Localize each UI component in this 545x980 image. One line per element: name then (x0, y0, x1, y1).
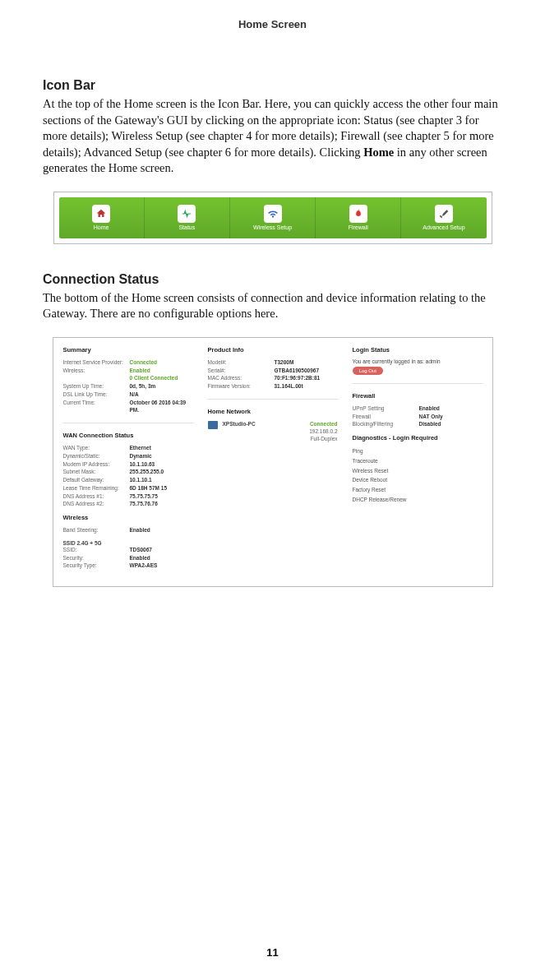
kv-row: Wireless:Enabled (63, 367, 193, 375)
separator (208, 399, 338, 400)
kv-val: Enabled (130, 554, 193, 562)
kv-row: Dynamic/Static:Dynamic (63, 452, 193, 460)
product-rows: Model#:T3200MSerial#:GTBA6190500967MAC A… (208, 358, 338, 391)
kv-row: UPnP SettingEnabled (353, 404, 483, 413)
iconbar-label: Firewall (349, 224, 368, 230)
kv-row: Lease Time Remaining:6D 18H 57M 15 (63, 484, 193, 492)
kv-key: DNS Address #2: (63, 500, 127, 508)
kv-row: Band Steering: Enabled (63, 526, 193, 534)
diagnostics-item[interactable]: DHCP Release/Renew (353, 495, 483, 505)
kv-key: Firewall (353, 413, 416, 421)
page-header: Home Screen (43, 18, 502, 30)
kv-key: SSID: (63, 546, 127, 554)
kv-val: 0 Client Connected (130, 374, 193, 382)
separator (63, 423, 193, 423)
wireless-icon (264, 205, 282, 223)
kv-val: N/A (130, 391, 193, 399)
kv-key: MAC Address: (208, 374, 271, 382)
status-col-1: Summary Internet Service Provider:Connec… (63, 346, 193, 570)
wan-rows: WAN Type:EthernetDynamic/Static:DynamicM… (63, 444, 193, 508)
heading-connection-status: Connection Status (43, 272, 502, 287)
paragraph-icon-bar: At the top of the Home screen is the Ico… (43, 96, 502, 177)
kv-val: 255.255.255.0 (130, 468, 193, 476)
kv-key: Serial#: (208, 367, 271, 375)
kv-val: TDS0067 (130, 546, 193, 554)
kv-val: Ethernet (130, 444, 193, 452)
kv-val: 70:F1:96:97:2B:81 (275, 374, 338, 382)
kv-row: FirewallNAT Only (353, 413, 483, 421)
heading-summary: Summary (63, 346, 193, 354)
kv-row: SSID:TDS0067 (63, 546, 193, 554)
computer-icon (208, 421, 218, 429)
summary-rows: Internet Service Provider:ConnectedWirel… (63, 358, 193, 414)
kv-row: Internet Service Provider:Connected (63, 358, 193, 367)
heading-product: Product Info (208, 346, 338, 354)
kv-row: Firmware Version:31.164L.00t (208, 382, 338, 391)
kv-key: Security Type: (63, 562, 127, 570)
kv-row: Security Type:WPA2-AES (63, 562, 193, 570)
kv-row: Subnet Mask:255.255.255.0 (63, 468, 193, 476)
iconbar-label: Home (94, 224, 109, 230)
kv-row: MAC Address:70:F1:96:97:2B:81 (208, 374, 338, 382)
separator (353, 383, 483, 384)
iconbar-item-status[interactable]: Status (145, 197, 230, 238)
kv-row: Blocking/FilteringDisabled (353, 420, 483, 428)
iconbar-item-firewall[interactable]: Firewall (316, 197, 401, 238)
ssid-heading: SSID 2.4G + 5G (63, 540, 193, 546)
status-figure: Summary Internet Service Provider:Connec… (53, 337, 493, 587)
firewall-rows: UPnP SettingEnabledFirewallNAT OnlyBlock… (353, 404, 483, 428)
kv-key: DNS Address #1: (63, 492, 127, 501)
kv-key: Security: (63, 554, 127, 562)
kv-row: Serial#:GTBA6190500967 (208, 367, 338, 375)
diagnostics-item[interactable]: Factory Reset (353, 485, 483, 495)
body-bold: Home (363, 146, 394, 159)
kv-key: Dynamic/Static: (63, 452, 127, 460)
diagnostics-item[interactable]: Ping (353, 446, 483, 456)
kv-val: Disabled (419, 420, 483, 428)
kv-row: Security:Enabled (63, 554, 193, 562)
diagnostics-item[interactable]: Traceroute (353, 456, 483, 466)
kv-val: Enabled (419, 404, 483, 413)
status-col-3: Login Status You are currently logged in… (353, 346, 483, 570)
heading-firewall: Firewall (353, 392, 483, 400)
diagnostics-item[interactable]: Wireless Reset (353, 466, 483, 476)
paragraph-connection-status: The bottom of the Home screen consists o… (43, 290, 502, 322)
kv-val: October 06 2016 04:39 PM. (130, 399, 193, 415)
diagnostics-item[interactable]: Device Reboot (353, 475, 483, 485)
home-network-device: XPStudio-PC Connected 192.168.0.2 Full-D… (208, 420, 338, 442)
kv-row: Current Time:October 06 2016 04:39 PM. (63, 399, 193, 415)
iconbar-label: Advanced Setup (423, 224, 464, 230)
kv-key: Lease Time Remaining: (63, 484, 127, 492)
iconbar-item-wireless[interactable]: Wireless Setup (230, 197, 316, 238)
kv-row: WAN Type:Ethernet (63, 444, 193, 452)
logout-button[interactable]: Log Out (353, 367, 383, 375)
iconbar-figure: Home Status Wireless Setup Firewall (53, 192, 492, 244)
kv-val: 10.1.10.1 (130, 476, 193, 484)
iconbar-item-advanced[interactable]: Advanced Setup (401, 197, 486, 238)
wireless-rows: SSID:TDS0067Security:EnabledSecurity Typ… (63, 546, 193, 570)
kv-row: 0 Client Connected (63, 374, 193, 382)
heading-login: Login Status (353, 346, 483, 354)
device-status: Connected (310, 420, 338, 428)
kv-val: 75.75.76.76 (130, 500, 193, 508)
status-icon (178, 205, 196, 223)
iconbar-label: Wireless Setup (253, 224, 292, 230)
diagnostics-list: PingTracerouteWireless ResetDevice Reboo… (353, 446, 483, 504)
kv-val: WPA2-AES (130, 562, 193, 570)
kv-row: DSL Link Up Time:N/A (63, 391, 193, 399)
device-ip: 192.168.0.2 (223, 428, 338, 435)
kv-val: NAT Only (419, 413, 483, 421)
iconbar-label: Status (178, 224, 195, 230)
kv-row: DNS Address #2:75.75.76.76 (63, 500, 193, 508)
iconbar: Home Status Wireless Setup Firewall (59, 197, 487, 238)
kv-key: Band Steering: (63, 526, 127, 534)
iconbar-item-home[interactable]: Home (59, 197, 145, 238)
heading-wireless: Wireless (63, 514, 193, 521)
kv-val: Enabled (130, 526, 193, 534)
kv-key: Blocking/Filtering (353, 420, 416, 428)
kv-key: UPnP Setting (353, 404, 416, 413)
device-duplex: Full-Duplex (223, 435, 338, 442)
kv-val: 31.164L.00t (275, 382, 338, 391)
kv-key: Internet Service Provider: (63, 358, 127, 367)
kv-key: Subnet Mask: (63, 468, 127, 476)
